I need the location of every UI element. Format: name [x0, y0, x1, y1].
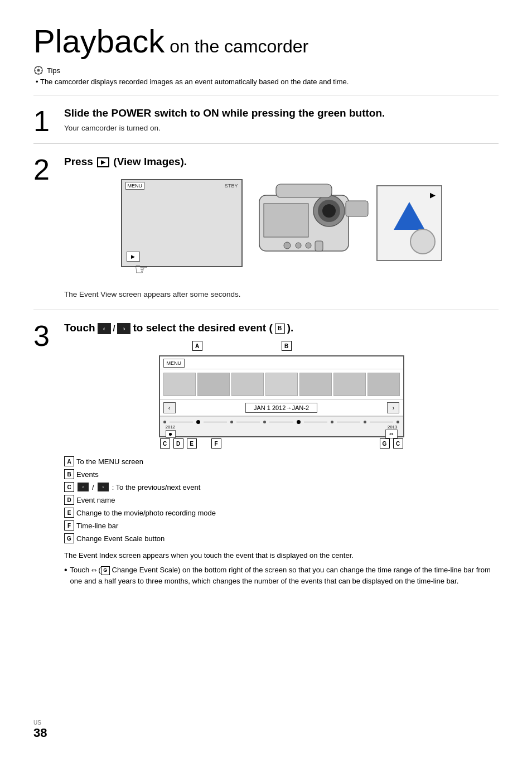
- gear-icon: [33, 65, 43, 75]
- hand-pointer: ☞: [134, 260, 148, 278]
- legend-text-f: Time-line bar: [76, 522, 118, 530]
- legend-item-g: G Change Event Scale button: [64, 533, 499, 543]
- step-3: 3 Touch ‹ / › to select the desired even…: [33, 316, 499, 587]
- legend-item-a: A To the MENU screen: [64, 456, 499, 466]
- legend-list: A To the MENU screen B Events C ‹/› : To…: [64, 456, 499, 543]
- step-1: 1 Slide the POWER switch to ON while pre…: [33, 101, 499, 138]
- tips-label: Tips: [47, 66, 60, 75]
- t-dot-highlight-1: [196, 420, 200, 424]
- legend-key-c: C: [64, 482, 74, 492]
- box-c-right: C: [393, 438, 403, 449]
- timeline-bar: 2012 2013 ⏺ ⇔: [160, 416, 403, 436]
- svg-point-17: [284, 242, 291, 249]
- g-label-inline: G: [101, 566, 110, 575]
- divider-2: [33, 143, 499, 144]
- event-screen: MENU ‹ JAN 1 2012: [159, 355, 404, 437]
- year-2012: 2012: [166, 425, 176, 430]
- divider-3: [33, 310, 499, 310]
- thumb-4: [265, 373, 298, 396]
- bottom-note-bullet: • Touch ⇔ (G Change Event Scale) on the …: [64, 565, 499, 587]
- step-3-suffix: to select the desired event (: [133, 321, 272, 335]
- timeline-left-icon[interactable]: ⏺: [166, 430, 176, 438]
- timeline-years-row: 2012 2013: [163, 425, 400, 430]
- box-label-a: A: [192, 341, 202, 351]
- right-button-panel: ▶: [376, 185, 442, 261]
- legend-text-c: : To the previous/next event: [112, 483, 201, 491]
- locale-label: US: [33, 720, 41, 726]
- t-line-7: [370, 422, 393, 422]
- thumb-5: [299, 373, 332, 396]
- step-2-heading-prefix: Press: [64, 156, 93, 167]
- c-arrow-left: ‹: [78, 483, 89, 491]
- legend-key-d: D: [64, 495, 74, 505]
- box-label-b: B: [282, 341, 292, 351]
- bottom-note: The Event Index screen appears when you …: [64, 550, 499, 587]
- lcd-menu-label: MENU: [125, 182, 145, 190]
- thumbnails-row: [160, 369, 403, 399]
- box-c-left: C: [160, 438, 170, 449]
- camcorder-svg-area: [243, 173, 376, 273]
- legend-text-e: Change to the movie/photo recording mode: [76, 509, 216, 517]
- step-2-caption: The Event View screen appears after some…: [64, 290, 499, 298]
- legend-text-g: Change Event Scale button: [76, 534, 165, 543]
- timeline-bottom-row: ⏺ ⇔: [163, 430, 400, 438]
- nav-bar: ‹ JAN 1 2012→JAN-2 ›: [160, 399, 403, 416]
- step-1-desc: Your camcorder is turned on.: [64, 124, 499, 132]
- step-2-content: Press ▶ (View Images). MENU STBY ▶ ☞: [64, 155, 499, 305]
- lcd-topbar: MENU STBY: [122, 180, 241, 191]
- step-2-illustration: MENU STBY ▶ ☞: [64, 173, 499, 273]
- svg-rect-15: [276, 184, 332, 197]
- thumb-2: [197, 373, 230, 396]
- timeline-dots-row: [163, 420, 400, 424]
- year-2013: 2013: [388, 425, 398, 430]
- page-number: 38: [33, 726, 47, 740]
- nav-date-label: JAN 1 2012→JAN-2: [245, 403, 317, 413]
- ab-labels-row: A B: [159, 341, 404, 354]
- step-1-content: Slide the POWER switch to ON while press…: [64, 107, 499, 138]
- t-dot-3: [263, 421, 266, 423]
- nav-left-btn[interactable]: ‹: [163, 402, 176, 413]
- step-2-heading: Press ▶ (View Images).: [64, 155, 499, 169]
- t-dot-highlight-2: [297, 420, 301, 424]
- svg-rect-16: [346, 201, 368, 216]
- right-arrow-icon[interactable]: ›: [117, 323, 130, 334]
- legend-key-b: B: [64, 469, 74, 479]
- change-scale-icon[interactable]: ⇔: [385, 430, 398, 438]
- lcd-panel: MENU STBY ▶ ☞: [121, 179, 243, 267]
- tips-section: Tips • The camcorder displays recorded i…: [33, 65, 499, 86]
- bottom-right-labels: G C: [380, 438, 403, 449]
- nav-right-btn[interactable]: ›: [387, 402, 399, 413]
- legend-item-b: B Events: [64, 469, 499, 479]
- t-line-3: [236, 422, 260, 422]
- t-line-5: [304, 422, 327, 422]
- event-view-container: A B MENU: [64, 341, 499, 449]
- t-line-6: [337, 422, 360, 422]
- t-line-1: [170, 422, 193, 422]
- legend-text-a: To the MENU screen: [76, 457, 143, 466]
- legend-item-f: F Time-line bar: [64, 520, 499, 531]
- step-3-end: ).: [287, 321, 294, 335]
- svg-point-19: [306, 243, 311, 248]
- play-button-icon: ▶: [97, 157, 109, 167]
- t-line-2: [204, 422, 227, 422]
- rbp-circle: [410, 229, 436, 254]
- legend-key-a: A: [64, 456, 74, 466]
- legend-key-f: F: [64, 520, 74, 531]
- slash-separator: /: [113, 324, 115, 334]
- page-number-area: US 38: [33, 719, 47, 740]
- tips-bullet: • The camcorder displays recorded images…: [36, 78, 499, 86]
- left-arrow-icon[interactable]: ‹: [98, 323, 111, 334]
- page-title: Playback on the camcorder: [33, 22, 499, 60]
- event-menu-button[interactable]: MENU: [163, 359, 185, 368]
- step-3-number: 3: [33, 321, 64, 350]
- b-label-heading: B: [275, 324, 285, 334]
- legend-item-c: C ‹/› : To the previous/next event: [64, 482, 499, 492]
- event-bottom-labels: C D E F G C: [159, 438, 404, 449]
- step-3-heading: Touch ‹ / › to select the desired event …: [64, 321, 499, 335]
- legend-key-e: E: [64, 508, 74, 518]
- t-dot-2: [230, 421, 233, 423]
- legend-item-e: E Change to the movie/photo recording mo…: [64, 508, 499, 518]
- step-1-number: 1: [33, 107, 64, 136]
- step-2-number: 2: [33, 155, 64, 184]
- lcd-stby-label: STBY: [225, 183, 238, 189]
